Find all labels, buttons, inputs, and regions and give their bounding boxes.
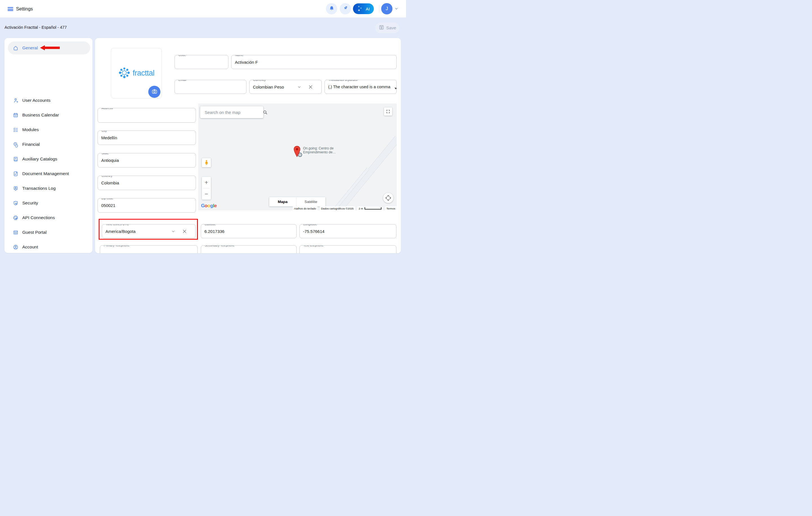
sidebar-item-modules[interactable]: Modules (8, 123, 90, 136)
bell-icon (329, 5, 335, 12)
country-label: Country (100, 176, 114, 178)
sidebar-item-api-connections[interactable]: API Connections (8, 211, 90, 224)
map-type-satellite-button[interactable]: Satélite (296, 197, 325, 206)
code-input[interactable] (175, 55, 228, 69)
map-pan-control[interactable] (383, 193, 393, 203)
notifications-button[interactable] (326, 3, 337, 15)
search-icon[interactable] (261, 110, 272, 115)
timezone-label: Time zones UTC (105, 224, 130, 226)
sparkles-icon (356, 4, 364, 14)
account-chevron-down-icon[interactable] (395, 7, 398, 12)
city-label: City (100, 131, 108, 133)
sidebar-item-guest-portal[interactable]: Guest Portal (8, 226, 90, 239)
currency-clear-icon[interactable] (308, 85, 313, 89)
map-type-map-button[interactable]: Mapa (269, 197, 296, 206)
home-icon (13, 45, 19, 51)
state-input[interactable] (98, 153, 196, 167)
ai-assistant-button[interactable]: AI (353, 3, 374, 14)
sidebar-item-business-calendar[interactable]: Business Calendar (8, 109, 90, 121)
map-scale: 2 m (357, 206, 383, 210)
address-label: Address (100, 108, 114, 110)
hamburger-menu-icon[interactable] (8, 7, 13, 11)
street-view-pegman-button[interactable] (202, 158, 211, 167)
general-settings-panel: fracttal Code Name Email Currency (95, 38, 401, 253)
email-label: Email (177, 80, 187, 82)
page-title: Settings (16, 0, 33, 18)
thousands-separator-select[interactable] (325, 80, 397, 94)
account-circle-icon (13, 244, 19, 250)
sidebar-item-document-management[interactable]: Document Management (8, 167, 90, 180)
timezone-field: Time zones UTC (102, 224, 196, 238)
chip-icon (13, 215, 19, 221)
zoom-in-button[interactable]: + (202, 177, 211, 188)
sidebar-item-financial[interactable]: $ Financial (8, 138, 90, 151)
pan-arrows-icon (384, 194, 392, 202)
calendar-icon (13, 112, 19, 118)
ai-label: AI (366, 6, 370, 11)
terms-link[interactable]: Termos (385, 206, 397, 210)
document-icon (13, 171, 19, 177)
state-field: State (97, 153, 196, 168)
save-button[interactable]: Save (375, 23, 400, 33)
secondary-telephone-field: Secondary Telephone (201, 245, 297, 253)
name-field: Name (231, 55, 397, 69)
text-telephone-field: Text telephone (299, 245, 397, 253)
google-logo: Google (201, 203, 217, 209)
zip-code-label: Zip code (100, 198, 114, 200)
pegman-icon (204, 159, 209, 166)
longitude-input[interactable] (300, 225, 396, 238)
primary-telephone-label: Primary Telephone (103, 245, 131, 247)
zip-code-input[interactable] (98, 199, 196, 212)
thousands-separator-field: Thousands separator (324, 80, 397, 94)
book-icon (13, 156, 19, 162)
primary-telephone-field: Primary Telephone (100, 245, 198, 253)
timezone-chevron-down-icon[interactable] (171, 229, 175, 233)
address-field: Address (97, 108, 196, 123)
country-input[interactable] (98, 176, 196, 190)
camera-icon (151, 88, 157, 95)
zoom-out-button[interactable]: − (202, 188, 211, 200)
code-label: Code (177, 55, 187, 57)
email-input[interactable] (175, 80, 246, 94)
scale-label: 2 m (359, 207, 363, 210)
top-bar: Settings AI J (0, 0, 406, 18)
sidebar-item-transactions-log[interactable]: Transactions Log (8, 182, 90, 195)
currency-chevron-down-icon[interactable] (297, 85, 301, 89)
latitude-field: Latitude (201, 224, 297, 238)
map-marker-label: On.going: Centro de Emprendimiento de… (303, 147, 336, 154)
city-field: City (97, 131, 196, 145)
secondary-telephone-label: Secondary Telephone (204, 245, 236, 247)
user-add-icon (13, 97, 19, 104)
browser-code-icon (13, 230, 19, 235)
map-search-input[interactable] (200, 110, 261, 115)
avatar[interactable]: J (381, 3, 393, 15)
settings-page: Settings AI J Activación Fracttal - Espa… (0, 0, 406, 258)
name-label: Name (234, 55, 244, 57)
name-input[interactable] (231, 55, 397, 69)
address-input[interactable] (98, 108, 196, 122)
city-input[interactable] (98, 131, 196, 145)
map-attribution-bar: Atalhos do teclado Dados cartográficos ©… (293, 206, 397, 210)
email-field: Email (175, 80, 246, 94)
fracttal-logo-mark (118, 65, 130, 82)
keyboard-shortcuts-link[interactable]: Atalhos do teclado (293, 206, 317, 210)
upload-logo-button[interactable] (148, 86, 161, 98)
company-logo-card: fracttal (111, 48, 162, 98)
checklist-icon (13, 127, 19, 133)
latitude-input[interactable] (201, 225, 296, 238)
whats-new-button[interactable] (340, 3, 351, 15)
shield-icon (13, 200, 19, 206)
map-marker-pin[interactable] (293, 146, 301, 158)
sidebar-item-general[interactable]: General (8, 41, 90, 54)
state-label: State (100, 153, 110, 155)
sidebar-item-security[interactable]: Security (8, 197, 90, 209)
scale-bar (365, 207, 381, 209)
thousands-dropdown-arrow-icon[interactable] (394, 86, 397, 91)
sidebar-item-auxiliary-catalogs[interactable]: Auxiliary Catalogs (8, 152, 90, 166)
sidebar-item-account[interactable]: Account (8, 240, 90, 254)
timezone-clear-icon[interactable] (182, 229, 187, 234)
currency-label: Currency (252, 80, 267, 82)
map-fullscreen-button[interactable] (384, 108, 392, 116)
google-map[interactable]: + − On.going: Centro de Emprendimiento d… (198, 104, 397, 210)
sidebar-item-user-accounts[interactable]: User Accounts (8, 94, 90, 107)
